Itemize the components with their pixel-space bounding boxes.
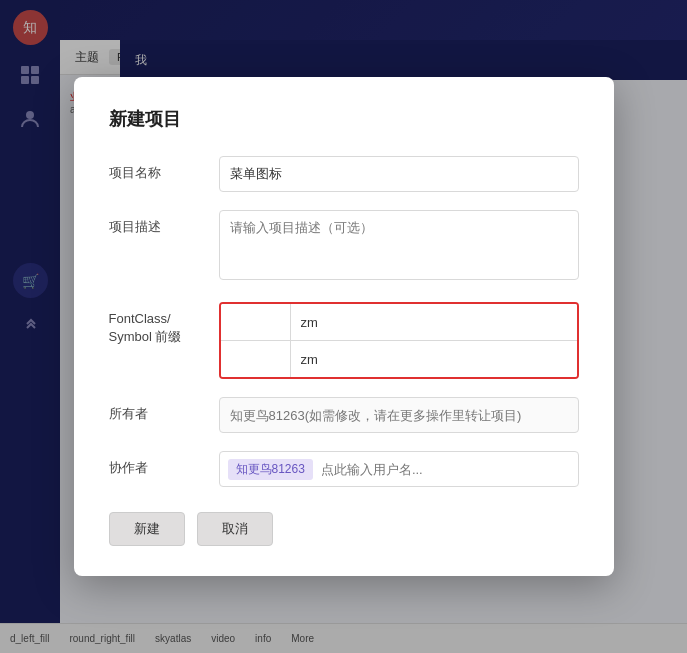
fontfamily-input-row [221, 341, 577, 377]
owner-label: 所有者 [109, 397, 219, 423]
project-name-input[interactable] [219, 156, 579, 192]
project-name-control [219, 156, 579, 192]
fontclass-control [219, 302, 579, 379]
collaborator-input[interactable] [321, 462, 570, 477]
description-input[interactable] [219, 210, 579, 280]
fontfamily-prefix [221, 341, 291, 377]
fontclass-input[interactable] [291, 304, 577, 340]
collaborator-row: 协作者 知更鸟81263 [109, 451, 579, 487]
project-name-row: 项目名称 [109, 156, 579, 192]
modal-title: 新建项目 [109, 107, 579, 131]
description-label: 项目描述 [109, 210, 219, 236]
confirm-button[interactable]: 新建 [109, 512, 185, 546]
fontclass-row: FontClass/ Symbol 前缀 [109, 302, 579, 379]
modal-actions: 新建 取消 [109, 512, 579, 546]
fontclass-prefix [221, 304, 291, 340]
fontclass-input-row [221, 304, 577, 340]
description-row: 项目描述 [109, 210, 579, 284]
collaborator-area[interactable]: 知更鸟81263 [219, 451, 579, 487]
collaborator-label: 协作者 [109, 451, 219, 477]
fontclass-label: FontClass/ Symbol 前缀 [109, 302, 219, 346]
fontfamily-input[interactable] [291, 341, 577, 377]
collaborator-control: 知更鸟81263 [219, 451, 579, 487]
cancel-button[interactable]: 取消 [197, 512, 273, 546]
description-control [219, 210, 579, 284]
owner-row: 所有者 [109, 397, 579, 433]
modal-dialog: 新建项目 项目名称 项目描述 FontClass/ Symbol 前缀 [74, 77, 614, 576]
modal-overlay: 新建项目 项目名称 项目描述 FontClass/ Symbol 前缀 [0, 0, 687, 653]
owner-input [219, 397, 579, 433]
collaborator-tag: 知更鸟81263 [228, 459, 313, 480]
font-section-box [219, 302, 579, 379]
project-name-label: 项目名称 [109, 156, 219, 182]
owner-control [219, 397, 579, 433]
